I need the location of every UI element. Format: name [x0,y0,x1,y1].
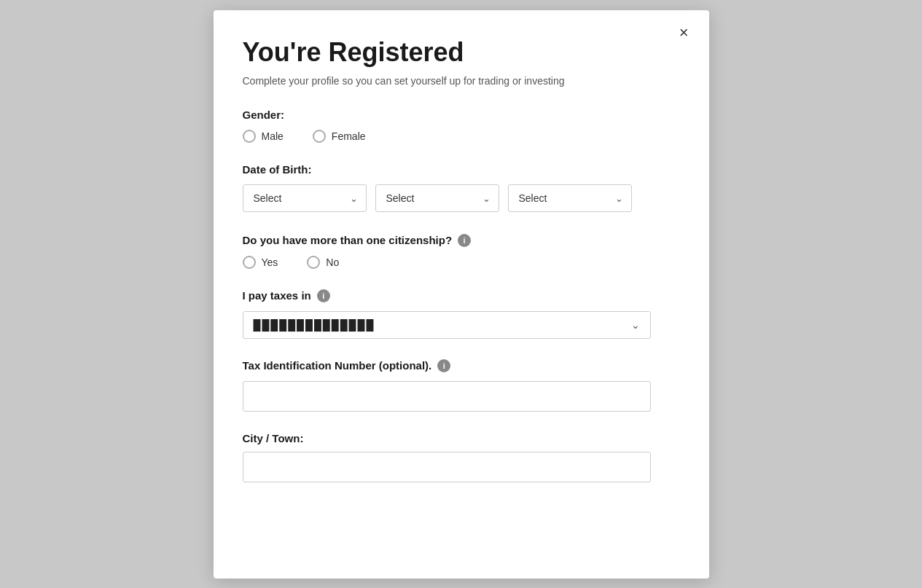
registration-modal: × You're Registered Complete your profil… [214,10,709,579]
gender-female-label: Female [332,130,366,142]
citizenship-yes-option[interactable]: Yes [243,256,278,269]
gender-male-label: Male [262,130,284,142]
modal-subtitle: Complete your profile so you can set you… [243,75,680,87]
citizenship-no-radio[interactable] [307,256,320,269]
citizenship-yes-radio[interactable] [243,256,256,269]
dob-month-select[interactable]: Select [375,184,499,212]
dob-label: Date of Birth: [243,163,680,176]
dob-day-select[interactable]: Select [243,184,367,212]
close-button[interactable]: × [673,22,695,44]
gender-label: Gender: [243,109,680,121]
citizenship-info-icon[interactable]: i [458,234,471,247]
city-section: City / Town: [243,432,680,482]
dob-month-wrapper: Select ⌄ [375,184,499,212]
taxes-dropdown-container: ██████████████ ⌄ [243,311,680,339]
tin-input[interactable] [243,381,651,412]
city-label: City / Town: [243,432,680,444]
gender-male-radio[interactable] [243,130,256,143]
citizenship-no-label: No [326,256,339,268]
dob-day-wrapper: Select ⌄ [243,184,367,212]
taxes-field[interactable]: ██████████████ ⌄ [243,311,651,339]
citizenship-yes-label: Yes [262,256,278,268]
citizenship-radio-group: Yes No [243,256,680,269]
taxes-section: I pay taxes in i ██████████████ ⌄ [243,289,680,339]
modal-overlay: × You're Registered Complete your profil… [0,0,922,588]
taxes-chevron-icon: ⌄ [631,319,640,331]
gender-radio-group: Male Female [243,130,680,143]
dob-dropdowns: Select ⌄ Select ⌄ Select ⌄ [243,184,680,212]
gender-female-radio[interactable] [313,130,326,143]
dob-year-wrapper: Select ⌄ [508,184,632,212]
taxes-label-row: I pay taxes in i [243,289,680,302]
taxes-info-icon[interactable]: i [317,289,330,302]
dob-year-select[interactable]: Select [508,184,632,212]
gender-female-option[interactable]: Female [313,130,366,143]
tin-section: Tax Identification Number (optional). i [243,359,680,412]
gender-male-option[interactable]: Male [243,130,284,143]
taxes-label: I pay taxes in [243,289,311,302]
tin-info-icon[interactable]: i [437,359,450,372]
gender-section: Gender: Male Female [243,109,680,143]
citizenship-section: Do you have more than one citizenship? i… [243,234,680,269]
dob-section: Date of Birth: Select ⌄ Select ⌄ Sele [243,163,680,212]
tin-label: Tax Identification Number (optional). [243,359,432,372]
tin-label-row: Tax Identification Number (optional). i [243,359,680,372]
taxes-selected-value: ██████████████ [254,319,631,331]
citizenship-label: Do you have more than one citizenship? [243,234,453,246]
city-input[interactable] [243,452,651,482]
modal-title: You're Registered [243,36,680,68]
tin-input-container [243,381,680,412]
citizenship-no-option[interactable]: No [307,256,339,269]
citizenship-label-row: Do you have more than one citizenship? i [243,234,680,247]
